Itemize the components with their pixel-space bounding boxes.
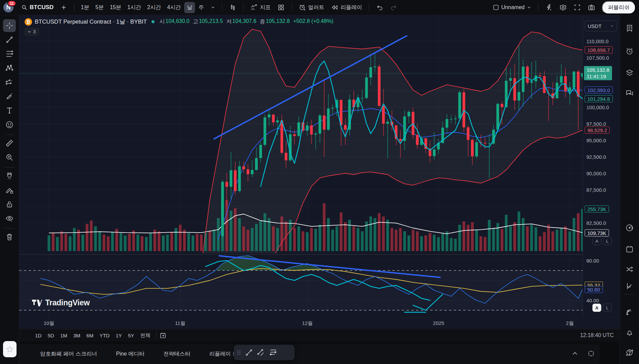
screener-sidebar-button[interactable] <box>623 221 636 234</box>
help-sparkle-sidebar-button[interactable] <box>623 346 636 359</box>
projection-tool-button[interactable] <box>3 76 16 89</box>
interval-주[interactable]: 주 <box>196 2 206 13</box>
interval-2시간[interactable]: 2시간 <box>144 2 164 13</box>
zoom-in-tool-button[interactable] <box>3 151 16 164</box>
emoji-tool-button[interactable] <box>3 118 16 131</box>
notifications-bell-sidebar-button[interactable] <box>623 326 636 339</box>
parallel-channel-tool-icon[interactable] <box>257 348 266 357</box>
interval-5분[interactable]: 5분 <box>93 2 107 13</box>
panel-expand-chevron-icon[interactable] <box>572 350 578 357</box>
lock-all-tool-button[interactable] <box>3 198 16 211</box>
interval-15분[interactable]: 15분 <box>107 2 124 13</box>
interval-1분[interactable]: 1분 <box>78 2 92 13</box>
bottom-tab[interactable]: 전략테스터 <box>163 351 190 358</box>
interval-4시간[interactable]: 4시간 <box>164 2 184 13</box>
fib-retracement-tool-button[interactable] <box>3 48 16 60</box>
chevron-down-icon <box>610 24 614 28</box>
news-signal-sidebar-button[interactable] <box>623 306 636 318</box>
magnet-tool-button[interactable] <box>3 170 16 182</box>
candles-icon <box>229 4 237 11</box>
floating-drawing-toolbar[interactable] <box>234 345 295 360</box>
go-to-date-icon[interactable] <box>159 332 167 339</box>
volume-value-label: 255.73K <box>585 205 609 212</box>
indicator-collapse-badge[interactable]: 3 <box>25 28 39 36</box>
tradingview-logo[interactable]: TradingView <box>32 298 90 307</box>
legend-ohlc: 시104,630.0 고105,213.5 저104,307.6 종105,13… <box>159 18 333 25</box>
compare-add-button[interactable] <box>58 2 70 13</box>
trash-tool-button[interactable] <box>3 231 16 243</box>
trend-line-tool-button[interactable] <box>3 33 16 46</box>
text-tool-button[interactable] <box>3 104 16 117</box>
brush-tool-button[interactable] <box>3 90 16 103</box>
range-1Y[interactable]: 1Y <box>113 331 125 340</box>
layout-templates-button[interactable] <box>275 2 287 13</box>
fullscreen-button[interactable] <box>571 2 584 13</box>
chart-plot[interactable]: ₿ BTCUSDT Perpetual Contract · 1날 · BYBI… <box>19 15 583 317</box>
drag-handle-icon[interactable] <box>237 350 241 356</box>
crosshair-tool-button[interactable] <box>3 19 16 32</box>
calendar-sidebar-button[interactable] <box>623 243 636 255</box>
brush-icon <box>5 92 14 101</box>
toolbar-divider <box>74 3 74 11</box>
redo-button[interactable] <box>387 2 400 13</box>
alert-button[interactable]: 얼러트 <box>296 2 327 13</box>
chat-sidebar-button[interactable] <box>623 87 636 99</box>
indicators-button[interactable]: 지표 <box>248 2 273 13</box>
replay-button[interactable]: 리플레이 <box>328 2 365 13</box>
currency-dropdown[interactable]: USDT <box>585 21 617 31</box>
chart-legend[interactable]: ₿ BTCUSDT Perpetual Contract · 1날 · BYBI… <box>25 18 333 26</box>
draw-lock-tool-button[interactable] <box>3 184 16 196</box>
price-axis[interactable]: USDT 110,000.0107,500.0100,000.097,500.0… <box>583 15 620 317</box>
range-1D[interactable]: 1D <box>32 331 45 340</box>
trend-line-icon <box>5 35 14 44</box>
hide-drawings-tool-button[interactable] <box>3 212 16 225</box>
panel-maximize-icon[interactable] <box>588 350 594 357</box>
right-sidebar <box>620 15 639 364</box>
magnet-icon <box>5 172 14 180</box>
rsi-pane-scale-l-button[interactable]: L <box>603 304 612 312</box>
alarm-clock-sidebar-button[interactable] <box>623 45 636 58</box>
hide-drawings-icon <box>5 214 14 223</box>
publish-button[interactable]: 퍼블리쉬 <box>602 1 636 14</box>
watchlist-sidebar-button[interactable] <box>623 22 636 35</box>
settings-button[interactable] <box>557 2 569 13</box>
utc-clock[interactable]: 12:18:40 UTC <box>580 332 614 338</box>
chart-style-button[interactable] <box>226 2 239 13</box>
range-전체[interactable]: 전체 <box>137 331 154 340</box>
user-avatar[interactable]: N 11 <box>3 2 13 12</box>
snapshot-button[interactable] <box>585 2 598 13</box>
main-pane-scale-l-button[interactable]: L <box>603 237 612 245</box>
publish-ideas-sidebar-button[interactable] <box>623 280 636 293</box>
ruler-tool-button[interactable] <box>3 137 16 150</box>
favorites-star-button[interactable] <box>3 341 17 357</box>
time-axis[interactable]: 10월11월12월20252월 <box>19 317 620 329</box>
object-tree-sidebar-button[interactable] <box>623 66 636 79</box>
price-line-label: 102,593.0 <box>585 87 613 94</box>
bottom-tab[interactable]: 암호화폐 페어 스크리너 <box>40 351 97 358</box>
undo-button[interactable] <box>373 2 386 13</box>
range-5D[interactable]: 5D <box>45 331 57 340</box>
layout-select[interactable]: Unnamed <box>490 2 534 13</box>
news-signal-icon <box>625 308 634 316</box>
symbol-search-button[interactable]: BTCUSD <box>18 2 56 13</box>
range-6M[interactable]: 6M <box>83 331 96 340</box>
price-axis-label: 97,500.0 <box>586 121 606 127</box>
quick-search-button[interactable] <box>543 2 555 13</box>
bottom-tab[interactable]: Pine 에디터 <box>116 351 144 358</box>
shuffle-sidebar-button[interactable] <box>623 263 636 276</box>
range-3M[interactable]: 3M <box>70 331 83 340</box>
fib-retracement-tool-icon[interactable] <box>269 348 278 357</box>
rsi-pane-scale-a-button[interactable]: A <box>592 304 601 312</box>
interval-1시간[interactable]: 1시간 <box>124 2 144 13</box>
redo-icon <box>390 4 397 11</box>
range-5Y[interactable]: 5Y <box>125 331 137 340</box>
main-pane-scale-a-button[interactable]: A <box>592 237 601 245</box>
xabcd-pattern-tool-button[interactable] <box>3 62 16 74</box>
trend-line-tool-icon[interactable] <box>245 348 253 357</box>
range-YTD[interactable]: YTD <box>96 331 113 340</box>
toolbar-separator <box>4 167 15 168</box>
range-1M[interactable]: 1M <box>57 331 70 340</box>
interval-날[interactable]: 날 <box>184 2 195 13</box>
chevron-down-icon <box>527 5 531 10</box>
interval-dropdown[interactable] <box>208 3 218 12</box>
